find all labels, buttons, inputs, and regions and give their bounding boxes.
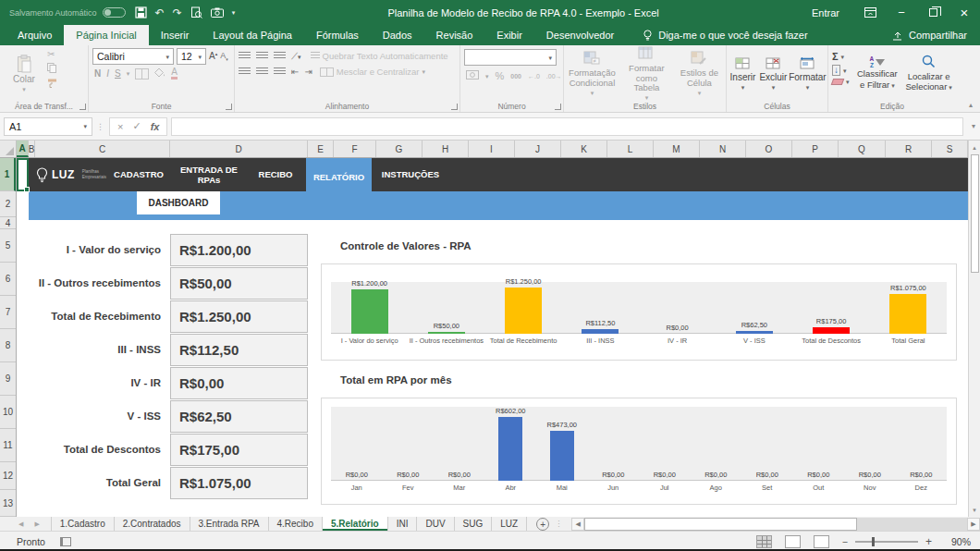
orientation-icon[interactable]: ⟋▾ (291, 52, 301, 61)
scroll-up-icon[interactable]: ▴ (969, 141, 980, 154)
save-icon[interactable] (135, 6, 147, 18)
expand-formula-bar-icon[interactable]: ▾ (967, 122, 980, 130)
row-header-7[interactable]: 7 (0, 296, 16, 329)
sheet-tab-4-recibo[interactable]: 4.Recibo (269, 517, 323, 531)
sign-in-button[interactable]: Entrar (812, 7, 839, 18)
conditional-formatting-button[interactable]: ≠ Formatação Condicional ▾ (568, 48, 617, 99)
zoom-out-icon[interactable]: − (842, 536, 848, 547)
vertical-scroll-thumb[interactable] (971, 154, 979, 273)
column-header-N[interactable]: N (700, 141, 746, 157)
name-box[interactable]: A1▾ (4, 117, 92, 136)
italic-button[interactable]: I (106, 68, 109, 79)
ribbon-tab-inserir[interactable]: Inserir (149, 25, 202, 45)
font-dialog-launcher-icon[interactable] (226, 104, 232, 110)
copy-icon[interactable] (47, 63, 57, 75)
column-header-E[interactable]: E (308, 141, 334, 157)
wrap-text-button[interactable]: Quebrar Texto Automaticamente (311, 51, 448, 61)
nav-item-relatório[interactable]: RELATÓRIO (306, 158, 372, 196)
decrease-indent-icon[interactable]: ⇤ (291, 67, 299, 77)
autosum-button[interactable]: Σ▾ (832, 51, 850, 62)
ribbon-tab-revisão[interactable]: Revisão (424, 25, 485, 45)
horizontal-scroll-thumb[interactable] (584, 518, 857, 531)
fill-color-icon[interactable] (154, 67, 165, 80)
row-header-13[interactable]: 13 (0, 490, 16, 517)
selected-cell-a1[interactable] (17, 158, 29, 191)
clipboard-dialog-launcher-icon[interactable] (80, 104, 86, 110)
sheet-tab-2-contratados[interactable]: 2.Contratados (115, 517, 190, 531)
sheet-tab-sug[interactable]: SUG (455, 517, 493, 531)
insert-cells-button[interactable]: Inserir ▾ (730, 48, 756, 99)
ribbon-tab-página-inicial[interactable]: Página Inicial (64, 25, 148, 45)
redo-icon[interactable]: ↷ (173, 7, 182, 18)
grow-font-icon[interactable]: A▴ (209, 52, 217, 61)
zoom-level[interactable]: 90% (945, 536, 971, 547)
zoom-slider[interactable] (855, 541, 918, 543)
format-painter-icon[interactable] (47, 79, 57, 90)
summary-value-cell[interactable]: R$175,00 (170, 434, 308, 466)
column-header-K[interactable]: K (561, 141, 607, 157)
sort-filter-button[interactable]: AZ Classificar e Filtrar▾ (854, 48, 901, 99)
font-size-combo[interactable]: 12▾ (177, 48, 206, 65)
underline-button[interactable]: S (115, 68, 121, 79)
column-header-A[interactable]: A (17, 141, 29, 157)
align-top-icon[interactable] (239, 52, 251, 60)
prev-sheet-icon[interactable]: ◀ (18, 520, 23, 528)
macro-record-icon[interactable] (60, 537, 71, 546)
ribbon-tab-fórmulas[interactable]: Fórmulas (304, 25, 371, 45)
summary-value-cell[interactable]: R$0,00 (170, 367, 308, 399)
horizontal-scrollbar[interactable]: ◀ ▶ (571, 517, 980, 531)
camera-icon[interactable] (211, 7, 224, 18)
sheet-grid[interactable]: LUZ PlanilhasEmpresariais CADASTROENTRAD… (17, 158, 968, 517)
column-header-Q[interactable]: Q (839, 141, 886, 157)
borders-icon[interactable] (135, 68, 149, 80)
number-format-combo[interactable]: ▾ (464, 49, 557, 66)
scroll-down-icon[interactable]: ▾ (969, 503, 980, 517)
normal-view-icon[interactable] (756, 535, 772, 548)
number-dialog-launcher-icon[interactable] (555, 104, 561, 110)
column-header-P[interactable]: P (792, 141, 839, 157)
sheet-tab-5-relat-rio[interactable]: 5.Relatório (323, 517, 388, 531)
zoom-in-icon[interactable]: + (925, 535, 932, 548)
alignment-dialog-launcher-icon[interactable] (451, 104, 458, 110)
accounting-format-icon[interactable] (466, 70, 479, 81)
column-header-I[interactable]: I (469, 141, 515, 157)
column-header-L[interactable]: L (607, 141, 654, 157)
decrease-decimal-icon[interactable]: .00→ (546, 73, 562, 80)
row-header-1[interactable]: 1 (0, 158, 16, 191)
column-header-R[interactable]: R (886, 141, 932, 157)
column-header-J[interactable]: J (515, 141, 561, 157)
column-header-G[interactable]: G (376, 141, 423, 157)
sheet-tab-ini[interactable]: INI (388, 517, 418, 531)
comma-style-icon[interactable]: 000 (510, 73, 521, 80)
cut-icon[interactable]: ✂ (47, 50, 57, 59)
zoom-slider-thumb[interactable] (872, 537, 875, 546)
column-header-D[interactable]: D (170, 141, 308, 157)
dashboard-tab[interactable]: DASHBOARD (137, 191, 220, 214)
summary-value-cell[interactable]: R$1.075,00 (170, 467, 308, 499)
column-header-F[interactable]: F (334, 141, 376, 157)
enter-check-icon[interactable]: ✓ (132, 120, 141, 132)
fill-button[interactable]: ↓▾ (832, 65, 850, 76)
column-header-H[interactable]: H (423, 141, 469, 157)
font-name-combo[interactable]: Calibri▾ (92, 48, 174, 65)
align-bottom-icon[interactable] (274, 52, 286, 60)
page-layout-view-icon[interactable] (785, 535, 801, 548)
row-header-2[interactable]: 2 (0, 191, 16, 217)
row-header-6[interactable]: 6 (0, 263, 16, 296)
column-header-O[interactable]: O (746, 141, 792, 157)
formula-bar-splitter[interactable]: ⋮ (96, 122, 105, 131)
align-right-icon[interactable] (274, 67, 286, 76)
qat-customize-icon[interactable]: ▾ (232, 9, 236, 16)
paste-button[interactable]: Colar ▾ (4, 48, 44, 99)
find-select-button[interactable]: Localizar e Selecionar▾ (905, 48, 952, 99)
share-button[interactable]: Compartilhar (891, 25, 980, 45)
percent-style-icon[interactable]: % (496, 71, 505, 81)
summary-value-cell[interactable]: R$50,00 (170, 267, 308, 300)
vertical-scrollbar[interactable]: ▴ ▾ (968, 141, 980, 517)
nav-item-cadastro[interactable]: CADASTRO (104, 158, 173, 191)
tell-me-box[interactable]: Diga-me o que você deseja fazer (643, 25, 807, 45)
sheet-tab-duv[interactable]: DUV (417, 517, 454, 531)
select-all-corner[interactable] (0, 141, 17, 157)
row-header-11[interactable]: 11 (0, 429, 16, 462)
sheet-tab-luz[interactable]: LUZ (492, 517, 527, 531)
